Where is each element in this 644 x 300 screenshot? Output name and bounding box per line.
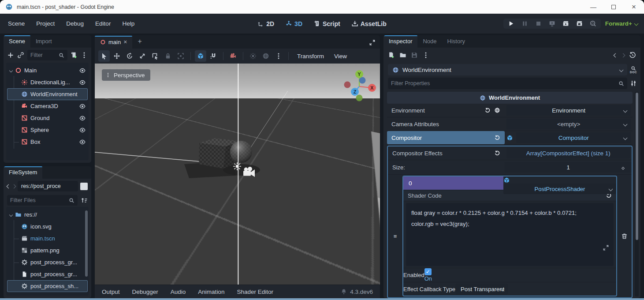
file-row-main-tscn[interactable]: main.tscn xyxy=(6,232,89,244)
bottom-tab-audio[interactable]: Audio xyxy=(171,289,186,295)
visibility-eye-icon[interactable] xyxy=(79,67,86,74)
workspace-script[interactable]: Script xyxy=(314,20,340,27)
preview-sun-button[interactable] xyxy=(247,50,259,62)
visibility-eye-icon[interactable] xyxy=(79,139,86,146)
preview-options-button[interactable] xyxy=(273,50,284,62)
resource-options-button[interactable] xyxy=(422,52,429,59)
dock-menu-icon[interactable] xyxy=(84,172,91,179)
tab-import[interactable]: Import xyxy=(30,35,57,48)
light-gizmo[interactable] xyxy=(233,162,241,170)
scale-tool-button[interactable] xyxy=(137,50,148,62)
move-tool-button[interactable] xyxy=(111,50,123,62)
file-row-post-process-gdshader[interactable]: post_process_gr... xyxy=(6,256,89,268)
tree-node-worldenvironment[interactable]: WorldEnvironment xyxy=(7,88,88,100)
tab-inspector[interactable]: Inspector xyxy=(383,35,417,48)
renderer-selector[interactable]: Forward+ xyxy=(605,20,638,27)
bottom-tab-output[interactable]: Output xyxy=(102,289,120,295)
workspace-3d[interactable]: 3D xyxy=(286,20,302,27)
snap-button[interactable] xyxy=(208,50,219,62)
file-sort-button[interactable] xyxy=(81,197,88,204)
bottom-tab-shader-editor[interactable]: Shader Editor xyxy=(237,289,273,295)
play-scene-button[interactable] xyxy=(562,20,569,27)
axis-neg-x-ball[interactable] xyxy=(344,82,351,88)
scene-tree-options-button[interactable] xyxy=(81,52,88,59)
minimize-button[interactable]: — xyxy=(583,0,603,14)
revert-icon[interactable] xyxy=(494,150,500,156)
local-space-button[interactable] xyxy=(195,50,206,62)
tree-node-camera3d[interactable]: Camera3D xyxy=(6,100,89,112)
perspective-menu[interactable]: Perspective xyxy=(102,69,150,81)
file-row-root[interactable]: res:// xyxy=(6,209,89,221)
element-drag-handle[interactable]: ≡ xyxy=(388,175,402,297)
sphere-mesh[interactable] xyxy=(230,141,252,163)
delete-element-button[interactable] xyxy=(617,175,632,297)
remote-debug-button[interactable] xyxy=(549,20,555,27)
visibility-eye-icon[interactable] xyxy=(79,79,86,86)
file-row-pattern-png[interactable]: pattern.png xyxy=(6,244,89,256)
tab-node[interactable]: Node xyxy=(417,35,442,48)
dock-menu-icon[interactable] xyxy=(84,41,91,48)
environment-resource-picker[interactable]: Environment xyxy=(506,105,631,116)
element-index-badge[interactable]: 0 xyxy=(403,176,503,190)
instance-scene-button[interactable] xyxy=(17,52,24,59)
inspector-scrollbar[interactable] xyxy=(635,92,639,296)
expand-code-icon[interactable] xyxy=(603,244,609,251)
group-node-button[interactable] xyxy=(175,50,186,62)
scene-filter-input[interactable] xyxy=(30,52,59,58)
nav-forward-button[interactable] xyxy=(12,184,16,188)
play-button[interactable] xyxy=(508,20,514,27)
close-tab-icon[interactable]: × xyxy=(123,38,127,45)
tab-history[interactable]: History xyxy=(442,35,470,48)
history-forward-button[interactable] xyxy=(621,53,625,57)
viewport-3d[interactable]: Y X Z Perspective xyxy=(95,64,380,285)
nav-back-button[interactable] xyxy=(7,184,11,188)
property-filter-input[interactable] xyxy=(391,80,618,86)
file-row-icon-svg[interactable]: icon.svg xyxy=(6,221,89,232)
enabled-checkbox[interactable]: ✓ xyxy=(424,268,432,275)
new-resource-button[interactable] xyxy=(388,52,395,59)
spin-down-icon[interactable] xyxy=(622,167,625,170)
edited-object-selector[interactable]: WorldEnvironment xyxy=(388,64,627,75)
workspace-2d[interactable]: 2D xyxy=(257,20,274,27)
tab-scene[interactable]: Scene xyxy=(4,35,30,48)
pause-button[interactable] xyxy=(521,20,528,27)
stop-button[interactable] xyxy=(535,20,542,27)
load-resource-button[interactable] xyxy=(399,52,406,59)
array-edit-button[interactable]: Array[CompositorEffect] (size 1) xyxy=(506,148,630,158)
menu-help[interactable]: Help xyxy=(122,20,134,27)
history-back-button[interactable] xyxy=(614,53,618,57)
new-scene-tab-button[interactable]: + xyxy=(132,35,147,49)
play-custom-scene-button[interactable] xyxy=(576,20,583,27)
add-node-button[interactable] xyxy=(7,52,14,59)
menu-project[interactable]: Project xyxy=(36,20,55,27)
revert-icon[interactable] xyxy=(494,135,500,141)
visibility-eye-icon[interactable] xyxy=(79,103,86,110)
tree-node-box[interactable]: Box xyxy=(6,136,89,148)
save-resource-button[interactable] xyxy=(411,52,418,59)
file-row-post-process-text[interactable]: post_process_gr... xyxy=(6,268,89,280)
select-tool-button[interactable] xyxy=(98,50,110,62)
tree-node-directionallight[interactable]: DirectionalLig... xyxy=(6,76,89,88)
compositor-resource-picker[interactable]: Compositor xyxy=(516,132,631,143)
postprocessshader-resource-picker[interactable]: PostProcessShader xyxy=(503,184,616,194)
rotate-tool-button[interactable] xyxy=(124,50,135,62)
attach-script-button[interactable] xyxy=(71,52,78,59)
axis-neg-y-ball[interactable] xyxy=(356,95,363,101)
property-options-button[interactable] xyxy=(630,80,637,87)
axis-gizmo[interactable]: Y X Z xyxy=(344,70,376,101)
camera-preview-button[interactable] xyxy=(227,50,239,62)
scene-tab-main[interactable]: main × xyxy=(95,36,132,49)
camera-attributes-picker[interactable]: <empty> xyxy=(506,119,631,129)
tree-node-ground[interactable]: Ground xyxy=(6,112,89,124)
visibility-eye-icon[interactable] xyxy=(79,127,86,134)
current-path-input[interactable] xyxy=(21,183,74,189)
revert-icon[interactable] xyxy=(484,107,491,113)
expand-viewport-icon[interactable] xyxy=(369,39,376,46)
maximize-button[interactable] xyxy=(603,0,624,14)
version-label[interactable]: 4.3.dev6 xyxy=(350,289,373,295)
file-row-post-process-shader[interactable]: post_process_sh... xyxy=(7,280,88,292)
workspace-assetlib[interactable]: AssetLib xyxy=(352,20,387,27)
menu-debug[interactable]: Debug xyxy=(66,20,84,27)
lock-node-button[interactable] xyxy=(162,50,174,62)
notification-bell-icon[interactable] xyxy=(341,289,347,295)
